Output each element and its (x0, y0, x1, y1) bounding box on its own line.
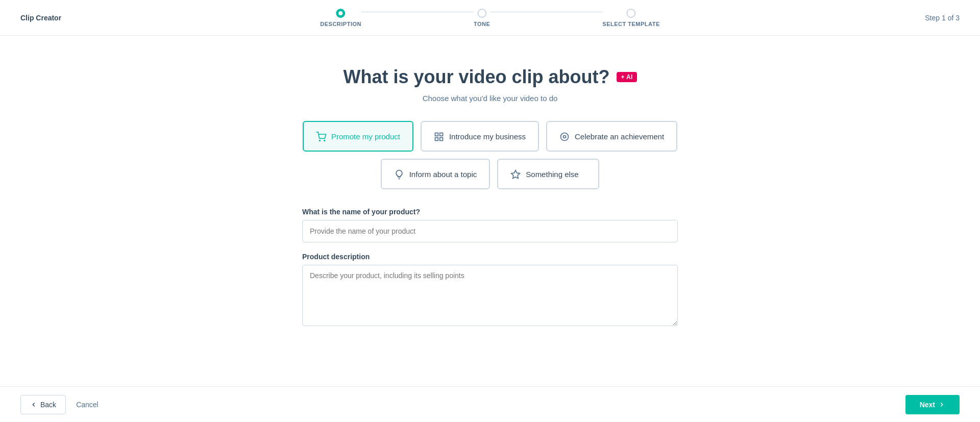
grid-icon (434, 131, 444, 141)
header: Clip Creator DESCRIPTION TONE SELECT TEM… (0, 0, 980, 36)
step-label-select-template: SELECT TEMPLATE (602, 21, 659, 27)
option-inform[interactable]: Inform about a topic (381, 159, 491, 189)
step-label-description: DESCRIPTION (320, 21, 361, 27)
svg-point-7 (564, 135, 566, 138)
option-something-else[interactable]: Something else (497, 159, 599, 189)
step-circle-description (336, 9, 346, 18)
svg-point-1 (324, 140, 325, 141)
svg-rect-3 (440, 133, 443, 136)
step-connector-1 (361, 12, 474, 12)
lightbulb-icon (394, 168, 404, 179)
back-button[interactable]: Back (20, 395, 66, 414)
star-icon (510, 168, 521, 179)
celebrate-icon (559, 131, 570, 141)
step-select-template: SELECT TEMPLATE (602, 9, 659, 27)
footer: Back Cancel Next (0, 386, 980, 422)
svg-point-6 (561, 133, 569, 140)
next-button[interactable]: Next (905, 395, 960, 414)
options-row-1: Promote my product Introduce my business (303, 121, 677, 152)
step-connector-2 (490, 12, 602, 12)
svg-rect-5 (440, 137, 443, 140)
option-celebrate-label: Celebrate an achievement (575, 132, 664, 141)
step-circle-select-template (627, 9, 636, 18)
app-title: Clip Creator (20, 14, 61, 22)
option-promote-label: Promote my product (331, 132, 400, 141)
svg-point-0 (320, 140, 321, 141)
product-name-label: What is the name of your product? (302, 208, 678, 216)
ai-badge: + AI (617, 72, 636, 82)
option-introduce[interactable]: Introduce my business (421, 121, 539, 152)
product-name-input[interactable] (302, 220, 678, 242)
chevron-left-icon (30, 401, 37, 408)
page-subtitle: Choose what you'd like your video to do (423, 94, 558, 103)
svg-rect-4 (435, 137, 438, 140)
main-content: What is your video clip about? + AI Choo… (0, 36, 980, 386)
page-title: What is your video clip about? + AI (343, 66, 636, 88)
option-promote[interactable]: Promote my product (303, 121, 413, 152)
option-something-else-label: Something else (526, 170, 578, 179)
stepper: DESCRIPTION TONE SELECT TEMPLATE (320, 9, 659, 27)
options-grid: Promote my product Introduce my business (303, 121, 677, 189)
cart-icon (316, 131, 326, 141)
options-row-2: Inform about a topic Something else (381, 159, 600, 189)
step-tone: TONE (474, 9, 490, 27)
step-label-tone: TONE (474, 21, 490, 27)
cancel-button[interactable]: Cancel (76, 401, 99, 409)
step-circle-tone (477, 9, 486, 18)
option-introduce-label: Introduce my business (449, 132, 526, 141)
option-celebrate[interactable]: Celebrate an achievement (546, 121, 677, 152)
product-description-textarea[interactable] (302, 265, 678, 326)
option-inform-label: Inform about a topic (409, 170, 477, 179)
chevron-right-icon (938, 401, 945, 408)
svg-marker-8 (511, 170, 520, 178)
footer-left: Back Cancel (20, 395, 99, 414)
product-description-label: Product description (302, 253, 678, 261)
svg-rect-2 (435, 133, 438, 136)
step-info: Step 1 of 3 (925, 14, 960, 22)
step-description: DESCRIPTION (320, 9, 361, 27)
form-section: What is the name of your product? Produc… (302, 208, 678, 328)
